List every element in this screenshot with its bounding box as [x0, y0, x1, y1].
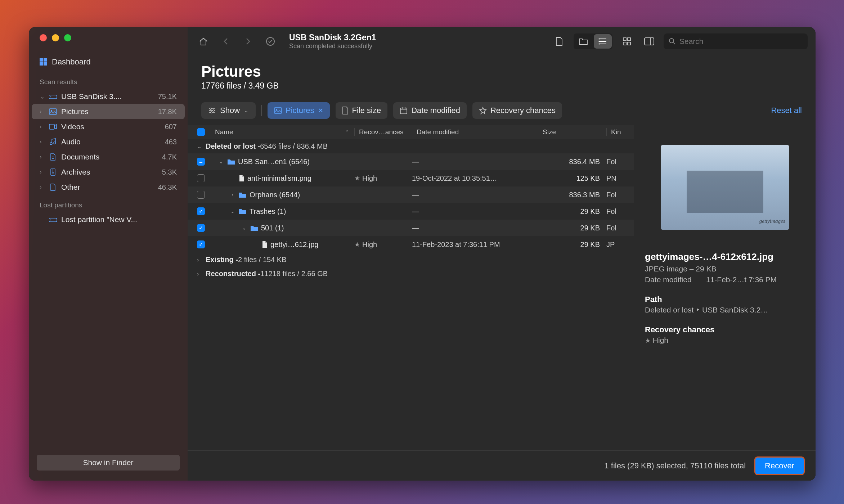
file-icon [262, 241, 268, 248]
filter-date-modified[interactable]: Date modified [393, 102, 467, 119]
search-icon [669, 38, 676, 45]
sliders-icon [208, 107, 216, 114]
search-input[interactable] [679, 37, 803, 46]
row-checkbox[interactable] [197, 174, 205, 182]
footer: 1 files (29 KB) selected, 75110 files to… [188, 450, 816, 481]
section-reconstructed[interactable]: › Reconstructed - 11218 files / 2.66 GB [188, 267, 634, 281]
column-date[interactable]: Date modified [412, 128, 538, 136]
search-box[interactable] [664, 33, 808, 49]
dashboard-label: Dashboard [52, 57, 91, 67]
sidebar-item-label: Videos [61, 122, 161, 131]
drive-icon [49, 217, 57, 222]
sidebar-item-label: Pictures [61, 107, 154, 116]
home-button[interactable] [196, 33, 211, 49]
sidebar-item-label: Archives [61, 168, 158, 176]
filter-recovery-chances[interactable]: Recovery chances [472, 102, 562, 119]
minimize-window-button[interactable] [52, 34, 59, 41]
section-existing[interactable]: › Existing - 2 files / 154 KB [188, 253, 634, 267]
show-in-finder-button[interactable]: Show in Finder [37, 455, 180, 471]
column-kind[interactable]: Kin [606, 128, 624, 136]
table-header: – Name⌃ Recov…ances Date modified Size K… [188, 125, 634, 139]
svg-point-13 [599, 41, 600, 42]
table-row[interactable]: ›Orphans (6544)—836.3 MBFol [188, 186, 634, 203]
sidebar-item-archives[interactable]: › Archives 5.3K [32, 165, 185, 180]
row-checkbox[interactable]: ✓ [197, 240, 205, 248]
grid-view-button[interactable] [619, 33, 635, 49]
table-row[interactable]: anti-minimalism.png★ High19-Oct-2022 at … [188, 170, 634, 186]
folder-view-button[interactable] [574, 34, 592, 49]
list-view-button[interactable] [594, 34, 612, 49]
file-table: – Name⌃ Recov…ances Date modified Size K… [188, 125, 634, 450]
maximize-window-button[interactable] [64, 34, 71, 41]
row-name: Orphans (6544) [250, 191, 300, 199]
table-row[interactable]: ✓⌄Trashes (1)—29 KBFol [188, 203, 634, 220]
sidebar-item-drive[interactable]: ⌄ USB SanDisk 3.... 75.1K [32, 89, 185, 104]
row-checkbox[interactable]: ✓ [197, 224, 205, 232]
title-block: USB SanDisk 3.2Gen1 Scan completed succe… [289, 33, 545, 50]
row-kind: Fol [606, 158, 624, 166]
table-row[interactable]: ✓⌄501 (1)—29 KBFol [188, 220, 634, 236]
row-name: gettyi…612.jpg [270, 240, 318, 249]
reset-all-button[interactable]: Reset all [771, 106, 802, 115]
sort-icon: ⌃ [345, 129, 349, 135]
table-row[interactable]: –⌄USB San…en1 (6546)—836.4 MBFol [188, 153, 634, 170]
folder-icon [239, 192, 247, 198]
filter-row: Show ⌄ Pictures ✕ File size Date modifie… [188, 96, 816, 125]
svg-rect-18 [628, 42, 630, 45]
folder-icon [227, 158, 235, 165]
remove-filter-icon[interactable]: ✕ [318, 107, 323, 114]
content-split: – Name⌃ Recov…ances Date modified Size K… [188, 125, 816, 450]
select-all-checkbox[interactable]: – [197, 128, 205, 136]
sidebar-item-lost-partition[interactable]: Lost partition "New V... [32, 212, 185, 227]
column-size[interactable]: Size [538, 128, 606, 136]
show-dropdown[interactable]: Show ⌄ [201, 102, 256, 119]
svg-point-12 [599, 39, 600, 40]
sidebar-item-count: 46.3K [158, 183, 177, 192]
recover-button[interactable]: Recover [754, 456, 805, 475]
star-icon [479, 107, 487, 114]
chevron-down-icon: ⌄ [244, 108, 248, 113]
row-checkbox[interactable]: ✓ [197, 207, 205, 215]
new-file-button[interactable] [551, 33, 567, 49]
table-row[interactable]: ✓gettyi…612.jpg★ High11-Feb-2023 at 7:36… [188, 236, 634, 253]
chevron-right-icon: › [40, 153, 45, 161]
sidebar-item-videos[interactable]: › Videos 607 [32, 119, 185, 134]
expand-toggle[interactable]: › [229, 192, 236, 198]
sidebar: Dashboard Scan results ⌄ USB SanDisk 3..… [29, 27, 188, 481]
sidebar-item-count: 607 [165, 123, 177, 131]
back-button[interactable] [218, 33, 234, 49]
filter-file-size[interactable]: File size [336, 102, 388, 119]
row-kind: JP [606, 240, 624, 249]
section-deleted[interactable]: ⌄ Deleted or lost - 6546 files / 836.4 M… [188, 139, 634, 153]
star-icon: ★ [354, 174, 360, 182]
row-size: 836.4 MB [538, 158, 606, 166]
svg-point-25 [211, 112, 212, 113]
sidebar-item-other[interactable]: › Other 46.3K [32, 180, 185, 195]
scan-results-label: Scan results [37, 72, 188, 89]
column-recovery[interactable]: Recov…ances [354, 128, 412, 136]
dashboard-button[interactable]: Dashboard [29, 52, 188, 72]
sidebar-item-pictures[interactable]: › Pictures 17.8K [32, 104, 185, 119]
chevron-down-icon: ⌄ [197, 143, 206, 150]
column-name[interactable]: Name⌃ [215, 128, 354, 136]
page-title: Pictures [201, 63, 802, 80]
sidebar-item-documents[interactable]: › Documents 4.7K [32, 149, 185, 165]
filter-pictures[interactable]: Pictures ✕ [268, 102, 329, 119]
page-header: Pictures 17766 files / 3.49 GB [188, 56, 816, 96]
expand-toggle[interactable]: ⌄ [218, 159, 224, 165]
svg-rect-4 [49, 124, 54, 129]
expand-toggle[interactable]: ⌄ [241, 225, 247, 231]
svg-rect-17 [623, 42, 626, 45]
main-area: USB SanDisk 3.2Gen1 Scan completed succe… [188, 27, 816, 481]
expand-toggle[interactable]: ⌄ [229, 208, 236, 214]
row-checkbox[interactable] [197, 191, 205, 199]
forward-button[interactable] [240, 33, 256, 49]
sidebar-item-audio[interactable]: › Audio 463 [32, 134, 185, 149]
svg-rect-16 [628, 38, 630, 41]
panel-toggle-button[interactable] [641, 33, 657, 49]
row-name: Trashes (1) [250, 207, 286, 216]
chevron-right-icon: › [40, 184, 45, 191]
close-window-button[interactable] [40, 34, 47, 41]
row-recovery: ★ High [354, 174, 412, 183]
row-checkbox[interactable]: – [197, 158, 205, 166]
